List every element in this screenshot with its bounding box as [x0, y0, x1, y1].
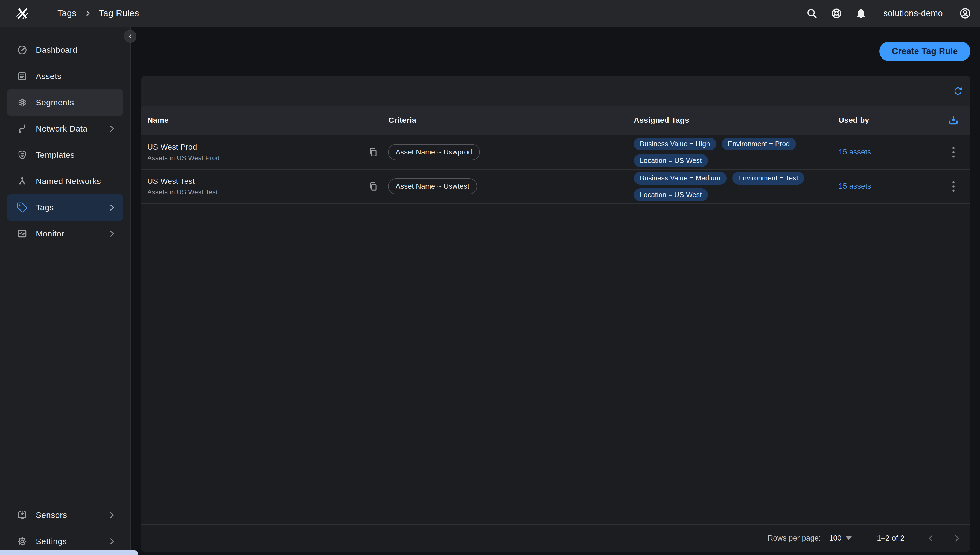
refresh-icon[interactable] — [953, 85, 964, 96]
notifications-bell-icon[interactable] — [855, 7, 867, 19]
segments-cluster-icon — [17, 97, 27, 108]
tag-chip: Environment = Test — [732, 172, 804, 184]
rows-per-page-value: 100 — [829, 534, 841, 542]
copy-icon[interactable] — [368, 147, 378, 157]
criteria-chip: Asset Name ~ Uswtest — [388, 178, 477, 194]
username[interactable]: solutions-demo — [884, 8, 943, 18]
table-header-row: Name Criteria Assigned Tags Used by — [141, 106, 970, 135]
table-row[interactable]: US West Test Assets in US West Test Asse… — [141, 170, 970, 204]
sidebar-item-label: Assets — [36, 72, 123, 81]
tag-chip: Location = US West — [634, 154, 708, 167]
sidebar: Dashboard Assets — [0, 27, 131, 555]
column-header-assigned-tags[interactable]: Assigned Tags — [628, 116, 816, 125]
rows-per-page-select[interactable]: 100 — [829, 534, 852, 542]
help-support-icon[interactable] — [831, 7, 842, 19]
sidebar-nav: Dashboard Assets — [0, 37, 130, 247]
search-icon[interactable] — [806, 7, 818, 19]
download-icon[interactable] — [947, 114, 960, 127]
assets-list-icon — [17, 71, 27, 82]
sidebar-item-templates[interactable]: Templates — [7, 142, 123, 168]
table-toolbar — [141, 76, 970, 106]
chevron-right-icon — [107, 203, 117, 212]
tag-chip: Business Value = Medium — [634, 172, 727, 184]
column-header-name[interactable]: Name — [141, 116, 362, 125]
sidebar-item-label: Tags — [36, 203, 107, 212]
appbar-divider — [43, 7, 43, 20]
table-empty-area — [141, 204, 970, 524]
sidebar-item-label: Sensors — [36, 510, 107, 520]
sidebar-item-monitor[interactable]: Monitor — [7, 221, 123, 247]
chevron-left-icon — [127, 34, 133, 39]
breadcrumb: Tags Tag Rules — [58, 8, 139, 18]
assigned-tags-cell: Business Value = High Environment = Prod… — [628, 138, 808, 167]
previous-page-button[interactable] — [926, 533, 936, 543]
app-window: Tags Tag Rules so — [0, 0, 980, 555]
chevron-right-icon — [107, 510, 117, 520]
row-actions-cell — [937, 180, 970, 194]
tag-rules-card: Name Criteria Assigned Tags Used by — [141, 76, 970, 552]
used-by-cell: 15 assets — [816, 148, 937, 156]
kebab-menu-icon[interactable] — [948, 180, 959, 194]
sidebar-item-label: Network Data — [36, 124, 107, 133]
tag-chip: Environment = Prod — [722, 138, 796, 150]
sidebar-item-segments[interactable]: Segments — [7, 90, 123, 115]
caret-down-icon — [846, 536, 852, 540]
criteria-chip: Asset Name ~ Uswprod — [388, 144, 480, 160]
sidebar-item-network-data[interactable]: Network Data — [7, 115, 123, 142]
sidebar-item-named-networks[interactable]: Named Networks — [7, 168, 123, 194]
sidebar-item-label: Segments — [36, 98, 123, 107]
row-actions-cell — [937, 145, 970, 159]
sidebar-item-dashboard[interactable]: Dashboard — [7, 37, 123, 63]
app-logo-icon[interactable] — [16, 6, 29, 21]
pagination-range: 1–2 of 2 — [877, 534, 905, 542]
sidebar-collapse-button[interactable] — [124, 30, 136, 43]
used-by-cell: 15 assets — [816, 182, 937, 191]
assigned-tags-cell: Business Value = Medium Environment = Te… — [628, 172, 808, 201]
used-by-link[interactable]: 15 assets — [839, 148, 871, 156]
chevron-right-icon — [107, 229, 117, 238]
column-header-criteria[interactable]: Criteria — [362, 116, 628, 125]
rows-per-page-label: Rows per page: — [768, 534, 821, 542]
rule-description: Assets in US West Test — [148, 188, 362, 196]
named-networks-branch-icon — [17, 176, 27, 187]
sidebar-item-label: Settings — [36, 537, 107, 546]
sidebar-item-label: Named Networks — [36, 176, 123, 186]
appbar-left: Tags Tag Rules — [0, 0, 139, 27]
rule-description: Assets in US West Prod — [148, 154, 362, 162]
rule-criteria-cell: Asset Name ~ Uswtest — [362, 178, 628, 194]
tag-chip: Location = US West — [634, 188, 708, 201]
settings-gear-icon — [17, 536, 27, 547]
actions-column-divider — [937, 106, 937, 524]
account-icon[interactable] — [959, 7, 971, 19]
column-header-actions — [937, 114, 970, 127]
breadcrumb-section[interactable]: Tags — [58, 8, 77, 18]
network-data-cable-icon — [17, 123, 27, 134]
sidebar-item-sensors[interactable]: Sensors — [7, 502, 123, 528]
create-tag-rule-button[interactable]: Create Tag Rule — [879, 42, 970, 61]
sidebar-item-assets[interactable]: Assets — [7, 63, 123, 90]
next-page-button[interactable] — [952, 533, 962, 543]
rule-name-cell: US West Prod Assets in US West Prod — [141, 143, 362, 162]
dashboard-speedometer-icon — [17, 45, 27, 56]
tag-icon — [17, 202, 27, 213]
breadcrumb-page: Tag Rules — [99, 8, 139, 18]
sidebar-item-label: Monitor — [36, 229, 107, 238]
rule-name: US West Test — [148, 177, 362, 186]
templates-shield-icon — [17, 149, 27, 160]
table-row[interactable]: US West Prod Assets in US West Prod Asse… — [141, 135, 970, 170]
chevron-right-icon — [107, 124, 117, 133]
sidebar-item-label: Templates — [36, 150, 123, 160]
chevron-right-icon — [107, 537, 117, 546]
copy-icon[interactable] — [368, 181, 378, 192]
sensors-download-icon — [17, 510, 27, 521]
rule-name-cell: US West Test Assets in US West Test — [141, 177, 362, 196]
tag-chip: Business Value = High — [634, 138, 716, 150]
app-bar: Tags Tag Rules so — [0, 0, 980, 27]
appbar-right: solutions-demo — [806, 7, 971, 19]
kebab-menu-icon[interactable] — [948, 145, 959, 159]
monitor-pulse-icon — [17, 228, 27, 239]
sidebar-item-tags[interactable]: Tags — [7, 194, 123, 221]
rule-criteria-cell: Asset Name ~ Uswprod — [362, 144, 628, 160]
used-by-link[interactable]: 15 assets — [839, 182, 871, 190]
column-header-used-by[interactable]: Used by — [816, 116, 937, 125]
